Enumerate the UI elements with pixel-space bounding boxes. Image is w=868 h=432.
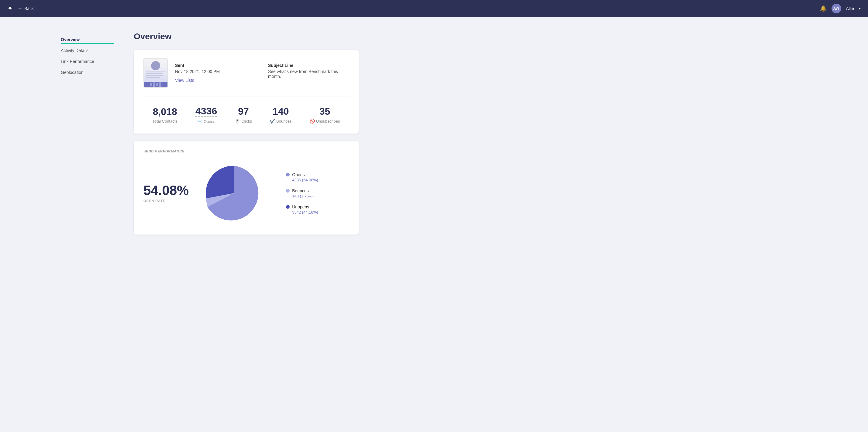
open-rate-section: 54.08% OPEN RATE — [144, 184, 189, 203]
subject-section: Subject Line See what's new from Benchma… — [268, 63, 349, 83]
stat-bounces: 140 ✔️ Bounces — [270, 107, 292, 123]
sidebar-item-link-performance[interactable]: Link Performance — [61, 56, 128, 67]
legend-item-unopens: Unopens 3542 (44.18%) — [286, 204, 318, 214]
opens-label: ✉️ Opens — [195, 119, 217, 124]
opens-dot — [286, 173, 290, 176]
sidebar-item-overview[interactable]: Overview — [61, 34, 128, 45]
nav-left: ✦ ← Back — [7, 5, 34, 12]
stat-unsubscribes: 35 🚫 Unsubscribes — [310, 107, 340, 123]
thumbnail-lines — [146, 71, 166, 78]
unsubscribes-label: 🚫 Unsubscribes — [310, 119, 340, 123]
bounces-legend-title: Bounces — [292, 188, 308, 193]
unsubscribes-value: 35 — [310, 107, 340, 116]
user-name: Allie — [846, 6, 854, 11]
opens-legend-value[interactable]: 4336 (54.08%) — [292, 178, 318, 182]
total-contacts-value: 8,018 — [153, 107, 178, 117]
top-navigation: ✦ ← Back 🔔 AW Allie ▾ — [0, 0, 868, 17]
bounces-legend-value[interactable]: 140 (1.75%) — [292, 194, 318, 198]
email-meta: Sent Nov 18 2021, 12:00 PM View Lists Su… — [175, 63, 349, 83]
send-performance-label: SEND PERFORMANCE — [144, 149, 349, 153]
total-contacts-label: Total Contacts — [153, 119, 178, 123]
pie-chart — [203, 163, 264, 224]
pie-svg — [203, 163, 264, 224]
bounces-value: 140 — [270, 107, 292, 116]
back-button[interactable]: ← Back — [18, 6, 34, 11]
unsubscribes-icon: 🚫 — [310, 119, 315, 123]
clicks-value: 97 — [235, 107, 252, 116]
perf-content: 54.08% OPEN RATE — [144, 163, 349, 224]
opens-icon: ✉️ — [197, 119, 203, 124]
main-content: Overview — [128, 32, 359, 417]
bounces-icon: ✔️ — [270, 119, 275, 123]
stats-row: 8,018 Total Contacts 4336 ✉️ Opens 97 🖱️ — [134, 96, 359, 134]
user-menu-chevron-icon[interactable]: ▾ — [859, 6, 861, 11]
user-initials: AW — [833, 6, 839, 11]
email-header-section: Sent Nov 18 2021, 12:00 PM View Lists Su… — [134, 50, 359, 96]
subject-value: See what's new from Benchmark this month… — [268, 69, 349, 79]
back-arrow-icon: ← — [18, 6, 23, 11]
avatar: AW — [832, 4, 841, 13]
thumbnail-figure — [151, 61, 160, 70]
subject-label: Subject Line — [268, 63, 349, 68]
legend-item-bounces: Bounces 140 (1.75%) — [286, 188, 318, 198]
stat-clicks: 97 🖱️ Clicks — [235, 107, 252, 123]
meta-grid: Sent Nov 18 2021, 12:00 PM View Lists Su… — [175, 63, 349, 83]
open-rate-label: OPEN RATE — [144, 199, 189, 203]
nav-right: 🔔 AW Allie ▾ — [820, 4, 861, 13]
sidebar-item-geolocation[interactable]: Geolocation — [61, 67, 128, 78]
email-thumbnail — [144, 58, 168, 88]
sent-section: Sent Nov 18 2021, 12:00 PM View Lists — [175, 63, 256, 83]
stat-opens: 4336 ✉️ Opens — [195, 106, 217, 124]
pie-unopens-slice — [206, 166, 234, 198]
unopens-legend-value[interactable]: 3542 (44.18%) — [292, 210, 318, 214]
sidebar: Overview Activity Details Link Performan… — [61, 32, 128, 417]
clicks-label: 🖱️ Clicks — [235, 119, 252, 123]
legend-item-opens: Opens 4336 (54.08%) — [286, 172, 318, 182]
send-perf-content: SEND PERFORMANCE 54.08% OPEN RATE — [134, 141, 359, 235]
thumbnail-chart-bar — [144, 82, 167, 87]
bounces-label: ✔️ Bounces — [270, 119, 292, 123]
sent-date: Nov 18 2021, 12:00 PM — [175, 69, 256, 74]
bell-icon[interactable]: 🔔 — [820, 5, 827, 12]
view-lists-link[interactable]: View Lists — [175, 78, 194, 83]
bounces-dot — [286, 189, 290, 193]
unopens-legend-title: Unopens — [292, 204, 309, 209]
clicks-icon: 🖱️ — [235, 119, 240, 123]
back-label: Back — [24, 6, 34, 11]
sent-label: Sent — [175, 63, 256, 68]
page-title: Overview — [134, 32, 359, 41]
send-performance-card: SEND PERFORMANCE 54.08% OPEN RATE — [134, 141, 359, 235]
stat-total-contacts: 8,018 Total Contacts — [153, 107, 178, 123]
opens-value: 4336 — [195, 106, 217, 117]
unopens-dot — [286, 205, 290, 209]
email-info-card: Sent Nov 18 2021, 12:00 PM View Lists Su… — [134, 50, 359, 134]
legend: Opens 4336 (54.08%) Bounces 140 (1.75%) — [286, 172, 318, 214]
sidebar-item-activity-details[interactable]: Activity Details — [61, 45, 128, 56]
opens-legend-title: Opens — [292, 172, 305, 177]
open-rate-pct: 54.08% — [144, 184, 189, 197]
logo-icon: ✦ — [7, 5, 13, 12]
main-layout: Overview Activity Details Link Performan… — [0, 17, 868, 432]
